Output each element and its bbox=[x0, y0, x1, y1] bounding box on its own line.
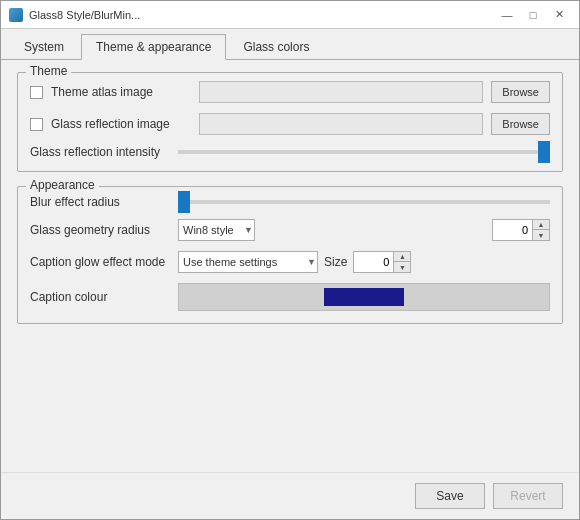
atlas-label: Theme atlas image bbox=[51, 85, 191, 99]
revert-button[interactable]: Revert bbox=[493, 483, 563, 509]
intensity-slider[interactable] bbox=[178, 150, 550, 154]
caption-label: Caption colour bbox=[30, 290, 170, 304]
atlas-input[interactable] bbox=[199, 81, 483, 103]
glow-decrement-button[interactable]: ▼ bbox=[394, 262, 410, 272]
atlas-row: Theme atlas image Browse bbox=[30, 81, 550, 103]
glow-spinner-buttons: ▲ ▼ bbox=[393, 251, 411, 273]
geometry-label: Glass geometry radius bbox=[30, 223, 170, 237]
caption-row: Caption colour bbox=[30, 283, 550, 311]
appearance-group: Appearance Blur effect radius Glass geom… bbox=[17, 186, 563, 324]
geometry-select[interactable]: Win8 style Win7 style Custom bbox=[178, 219, 255, 241]
tab-system[interactable]: System bbox=[9, 34, 79, 60]
atlas-checkbox[interactable] bbox=[30, 86, 43, 99]
reflection-browse-button[interactable]: Browse bbox=[491, 113, 550, 135]
title-bar-left: Glass8 Style/BlurMin... bbox=[9, 8, 140, 22]
reflection-checkbox[interactable] bbox=[30, 118, 43, 131]
bottom-bar: Save Revert bbox=[1, 472, 579, 519]
window-title: Glass8 Style/BlurMin... bbox=[29, 9, 140, 21]
maximize-button[interactable]: □ bbox=[521, 6, 545, 24]
geometry-spinner: ▲ ▼ bbox=[492, 219, 550, 241]
title-controls: — □ ✕ bbox=[495, 6, 571, 24]
glow-row: Caption glow effect mode Use theme setti… bbox=[30, 251, 550, 273]
geometry-spinner-buttons: ▲ ▼ bbox=[532, 219, 550, 241]
reflection-label: Glass reflection image bbox=[51, 117, 191, 131]
tab-content: Theme Theme atlas image Browse Glass ref… bbox=[1, 60, 579, 472]
geometry-increment-button[interactable]: ▲ bbox=[533, 220, 549, 230]
intensity-row: Glass reflection intensity bbox=[30, 145, 550, 159]
theme-group-label: Theme bbox=[26, 64, 71, 78]
geometry-select-wrapper: Win8 style Win7 style Custom ▼ bbox=[178, 219, 255, 241]
glow-select[interactable]: Use theme settings Enabled Disabled bbox=[178, 251, 318, 273]
geometry-value-input[interactable] bbox=[492, 219, 532, 241]
main-window: Glass8 Style/BlurMin... — □ ✕ System The… bbox=[0, 0, 580, 520]
close-button[interactable]: ✕ bbox=[547, 6, 571, 24]
tab-glass[interactable]: Glass colors bbox=[228, 34, 324, 60]
tab-bar: System Theme & appearance Glass colors bbox=[1, 29, 579, 60]
glow-size-input[interactable] bbox=[353, 251, 393, 273]
glow-controls: Use theme settings Enabled Disabled ▼ Si… bbox=[178, 251, 550, 273]
caption-color-swatch[interactable] bbox=[324, 288, 404, 306]
glow-label: Caption glow effect mode bbox=[30, 255, 170, 269]
blur-row: Blur effect radius bbox=[30, 195, 550, 209]
glow-size-label: Size bbox=[324, 255, 347, 269]
blur-label: Blur effect radius bbox=[30, 195, 170, 209]
glow-increment-button[interactable]: ▲ bbox=[394, 252, 410, 262]
tab-theme[interactable]: Theme & appearance bbox=[81, 34, 226, 60]
minimize-button[interactable]: — bbox=[495, 6, 519, 24]
blur-slider[interactable] bbox=[178, 200, 550, 204]
atlas-browse-button[interactable]: Browse bbox=[491, 81, 550, 103]
geometry-decrement-button[interactable]: ▼ bbox=[533, 230, 549, 240]
geometry-row: Glass geometry radius Win8 style Win7 st… bbox=[30, 219, 550, 241]
color-preview-container bbox=[178, 283, 550, 311]
save-button[interactable]: Save bbox=[415, 483, 485, 509]
intensity-label: Glass reflection intensity bbox=[30, 145, 170, 159]
app-icon bbox=[9, 8, 23, 22]
title-bar: Glass8 Style/BlurMin... — □ ✕ bbox=[1, 1, 579, 29]
glow-select-wrapper: Use theme settings Enabled Disabled ▼ bbox=[178, 251, 318, 273]
appearance-group-label: Appearance bbox=[26, 178, 99, 192]
glow-spinner: ▲ ▼ bbox=[353, 251, 411, 273]
reflection-input[interactable] bbox=[199, 113, 483, 135]
reflection-row: Glass reflection image Browse bbox=[30, 113, 550, 135]
theme-group: Theme Theme atlas image Browse Glass ref… bbox=[17, 72, 563, 172]
